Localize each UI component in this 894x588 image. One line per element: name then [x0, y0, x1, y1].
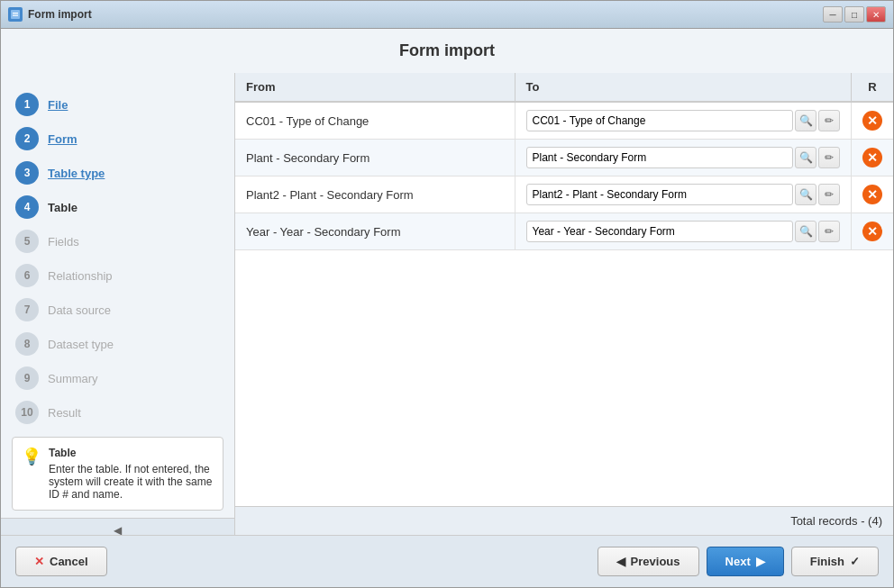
minimize-button[interactable]: ─ [823, 6, 843, 23]
remove-cell-0: ✕ [852, 102, 894, 140]
search-button-3[interactable]: 🔍 [795, 221, 816, 242]
to-cell-input-group-2: 🔍 ✏ [526, 184, 841, 205]
step-item-dataset-type: 8 Dataset type [15, 327, 220, 361]
step-label-form[interactable]: Form [48, 132, 78, 146]
svg-rect-1 [13, 13, 18, 14]
cancel-icon: ✕ [34, 555, 44, 568]
step-circle-8: 8 [15, 332, 39, 356]
steps-list: 1 File 2 Form 3 Table type 4 Table 5 F [1, 87, 234, 430]
to-cell-1: 🔍 ✏ [515, 140, 852, 176]
prev-arrow-icon: ◀ [616, 555, 625, 568]
close-button[interactable]: ✕ [866, 6, 886, 23]
table-row: Plant - Secondary Form 🔍 ✏ ✕ [235, 140, 893, 176]
sidebar: 1 File 2 Form 3 Table type 4 Table 5 F [1, 73, 235, 535]
sidebar-info-title: Table [49, 447, 214, 459]
step-label-data-source: Data source [48, 303, 111, 317]
svg-rect-0 [11, 10, 20, 19]
remove-button-1[interactable]: ✕ [862, 148, 882, 167]
to-input-1[interactable] [526, 147, 794, 168]
finish-button[interactable]: Finish ✓ [791, 547, 879, 576]
step-circle-1: 1 [15, 93, 39, 116]
edit-button-3[interactable]: ✏ [818, 221, 840, 242]
previous-label: Previous [631, 555, 680, 568]
cancel-button[interactable]: ✕ Cancel [15, 547, 107, 576]
sidebar-info-description: Enter the table. If not entered, the sys… [49, 463, 214, 501]
step-item-relationship: 6 Relationship [15, 258, 220, 293]
to-cell-input-group-0: 🔍 ✏ [526, 110, 841, 131]
dialog-body: 1 File 2 Form 3 Table type 4 Table 5 F [1, 73, 893, 535]
title-bar: Form import ─ □ ✕ [1, 1, 893, 29]
next-label: Next [725, 555, 751, 568]
finish-check-icon: ✓ [850, 555, 860, 568]
step-item-result: 10 Result [15, 395, 220, 430]
col-header-from: From [235, 73, 515, 102]
sidebar-collapse-button[interactable]: ◀ [1, 518, 234, 535]
from-cell-1: Plant - Secondary Form [235, 140, 515, 176]
table-row: Plant2 - Plant - Secondary Form 🔍 ✏ ✕ [235, 176, 893, 213]
to-input-3[interactable] [526, 221, 794, 242]
step-circle-3: 3 [15, 161, 39, 185]
remove-cell-2: ✕ [852, 176, 894, 213]
table-row: CC01 - Type of Change 🔍 ✏ ✕ [235, 102, 893, 140]
window: Form import ─ □ ✕ Form import 1 File 2 F… [0, 0, 894, 588]
step-item-fields: 5 Fields [15, 224, 220, 258]
to-cell-0: 🔍 ✏ [515, 102, 852, 140]
remove-cell-1: ✕ [852, 140, 894, 176]
to-cell-2: 🔍 ✏ [515, 176, 852, 213]
search-button-1[interactable]: 🔍 [795, 147, 816, 168]
remove-cell-3: ✕ [852, 213, 894, 250]
main-content: From To R CC01 - Type of Change 🔍 [235, 73, 893, 535]
dialog-title: Form import [1, 29, 893, 73]
table-body: CC01 - Type of Change 🔍 ✏ ✕ [235, 102, 893, 250]
step-label-dataset-type: Dataset type [48, 338, 114, 351]
from-cell-0: CC01 - Type of Change [235, 102, 515, 140]
step-circle-9: 9 [15, 366, 39, 390]
footer-left: ✕ Cancel [15, 547, 107, 576]
table-container: From To R CC01 - Type of Change 🔍 [235, 73, 893, 506]
next-button[interactable]: Next ▶ [707, 547, 784, 576]
to-cell-input-group-1: 🔍 ✏ [526, 147, 841, 168]
edit-button-2[interactable]: ✏ [818, 184, 840, 205]
table-header-row: From To R [235, 73, 893, 102]
step-label-relationship: Relationship [48, 269, 113, 283]
table-footer: Total records - (4) [235, 506, 893, 535]
step-label-file[interactable]: File [48, 98, 68, 112]
to-cell-3: 🔍 ✏ [515, 213, 852, 250]
step-circle-7: 7 [15, 298, 39, 321]
search-button-2[interactable]: 🔍 [795, 184, 816, 205]
from-cell-2: Plant2 - Plant - Secondary Form [235, 176, 515, 213]
step-label-table-type[interactable]: Table type [48, 167, 105, 180]
previous-button[interactable]: ◀ Previous [598, 547, 699, 576]
step-circle-4: 4 [15, 195, 39, 219]
dialog-footer: ✕ Cancel ◀ Previous Next ▶ Finish ✓ [1, 535, 893, 587]
remove-button-0[interactable]: ✕ [862, 111, 882, 131]
svg-rect-2 [13, 15, 18, 16]
window-controls: ─ □ ✕ [823, 6, 886, 23]
step-item-summary: 9 Summary [15, 361, 220, 395]
finish-label: Finish [810, 555, 844, 568]
search-button-0[interactable]: 🔍 [795, 110, 816, 131]
from-cell-3: Year - Year - Secondary Form [235, 213, 515, 250]
step-circle-2: 2 [15, 127, 39, 150]
step-item-file: 1 File [15, 87, 220, 122]
to-input-0[interactable] [526, 110, 794, 131]
step-circle-5: 5 [15, 230, 39, 253]
col-header-to: To [515, 73, 852, 102]
sidebar-info: 💡 Table Enter the table. If not entered,… [12, 437, 224, 511]
step-item-table-type: 3 Table type [15, 156, 220, 190]
to-cell-input-group-3: 🔍 ✏ [526, 221, 841, 242]
edit-button-1[interactable]: ✏ [818, 147, 840, 168]
remove-button-2[interactable]: ✕ [862, 185, 882, 204]
step-item-data-source: 7 Data source [15, 293, 220, 327]
table-row: Year - Year - Secondary Form 🔍 ✏ ✕ [235, 213, 893, 250]
edit-button-0[interactable]: ✏ [818, 110, 840, 131]
maximize-button[interactable]: □ [844, 6, 864, 23]
window-title: Form import [28, 8, 817, 21]
step-label-table[interactable]: Table [48, 201, 78, 214]
remove-button-3[interactable]: ✕ [862, 222, 882, 241]
step-item-table: 4 Table [15, 190, 220, 224]
col-header-r: R [852, 73, 894, 102]
sidebar-info-content: Table Enter the table. If not entered, t… [49, 447, 214, 501]
to-input-2[interactable] [526, 184, 794, 205]
next-arrow-icon: ▶ [756, 555, 765, 568]
